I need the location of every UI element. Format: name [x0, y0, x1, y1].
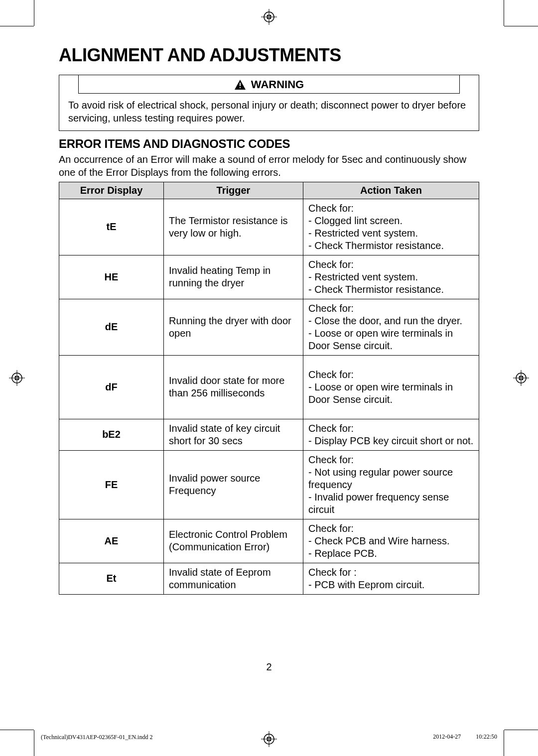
warning-label: WARNING [251, 78, 304, 91]
table-row: HE Invalid heating Temp in running the d… [59, 255, 479, 299]
error-trigger: Invalid state of Eeprom communication [164, 563, 303, 594]
svg-rect-24 [240, 83, 241, 86]
error-trigger: Invalid state of key circuit short for 3… [164, 419, 303, 450]
crop-mark [504, 0, 504, 26]
table-row: tE The Termistor resistance is very low … [59, 199, 479, 255]
error-action: Check for:- Check PCB and Wire harness.-… [303, 519, 479, 563]
registration-mark-icon [9, 370, 25, 386]
footer-filename: (Technical)DV431AEP-02365F-01_EN.indd 2 [41, 734, 152, 741]
table-row: dE Running the dryer with door open Chec… [59, 299, 479, 355]
error-code: AE [59, 519, 164, 563]
crop-mark [0, 730, 34, 730]
error-code: Et [59, 563, 164, 594]
table-row: AE Electronic Control Problem (Communica… [59, 519, 479, 563]
table-header-error-display: Error Display [59, 182, 164, 199]
registration-mark-icon [261, 9, 277, 25]
error-trigger: The Termistor resistance is very low or … [164, 199, 303, 255]
error-code: FE [59, 450, 164, 519]
table-row: bE2 Invalid state of key circuit short f… [59, 419, 479, 450]
main-heading: ALIGNMENT AND ADJUSTMENTS [59, 45, 479, 66]
error-action: Check for:- Clogged lint screen.- Restri… [303, 199, 479, 255]
table-row: dF Invalid door state for more than 256 … [59, 355, 479, 419]
error-code: tE [59, 199, 164, 255]
error-trigger: Invalid door state for more than 256 mil… [164, 355, 303, 419]
crop-mark [0, 26, 34, 26]
error-code: dE [59, 299, 164, 355]
warning-text: To avoid risk of electrical shock, perso… [59, 94, 479, 130]
crop-mark [34, 730, 34, 756]
crop-mark [504, 26, 538, 26]
crop-mark [504, 730, 504, 756]
footer-timestamp: 2012-04-27 10:22:50 [433, 733, 497, 741]
warning-header: WARNING [78, 75, 460, 94]
error-action: Check for :- PCB with Eeprom circuit. [303, 563, 479, 594]
error-action: Check for:- Close the door, and run the … [303, 299, 479, 355]
section-heading: ERROR ITEMS AND DIAGNOSTIC CODES [59, 137, 479, 151]
error-action: Check for:- Display PCB key circuit shor… [303, 419, 479, 450]
table-header-trigger: Trigger [164, 182, 303, 199]
registration-mark-icon [261, 731, 277, 747]
error-code: bE2 [59, 419, 164, 450]
warning-box: WARNING To avoid risk of electrical shoc… [59, 75, 479, 131]
table-row: Et Invalid state of Eeprom communication… [59, 563, 479, 594]
registration-mark-icon [513, 370, 529, 386]
crop-mark [504, 730, 538, 730]
error-trigger: Invalid heating Temp in running the drye… [164, 255, 303, 299]
svg-rect-25 [240, 87, 241, 88]
table-header-action: Action Taken [303, 182, 479, 199]
page-content: ALIGNMENT AND ADJUSTMENTS WARNING To avo… [59, 45, 479, 595]
error-action: Check for:- Loose or open wire terminals… [303, 355, 479, 419]
error-code: HE [59, 255, 164, 299]
error-code: dF [59, 355, 164, 419]
error-trigger: Electronic Control Problem (Communicatio… [164, 519, 303, 563]
error-action: Check for:- Restricted vent system.- Che… [303, 255, 479, 299]
crop-mark [34, 0, 34, 26]
page-number: 2 [59, 661, 479, 673]
error-table: Error Display Trigger Action Taken tE Th… [59, 182, 479, 595]
error-trigger: Invalid power source Frequency [164, 450, 303, 519]
table-row: FE Invalid power source Frequency Check … [59, 450, 479, 519]
intro-text: An occurrence of an Error will make a so… [59, 153, 479, 179]
error-action: Check for:- Not using regular power sour… [303, 450, 479, 519]
warning-triangle-icon [234, 79, 246, 90]
error-trigger: Running the dryer with door open [164, 299, 303, 355]
